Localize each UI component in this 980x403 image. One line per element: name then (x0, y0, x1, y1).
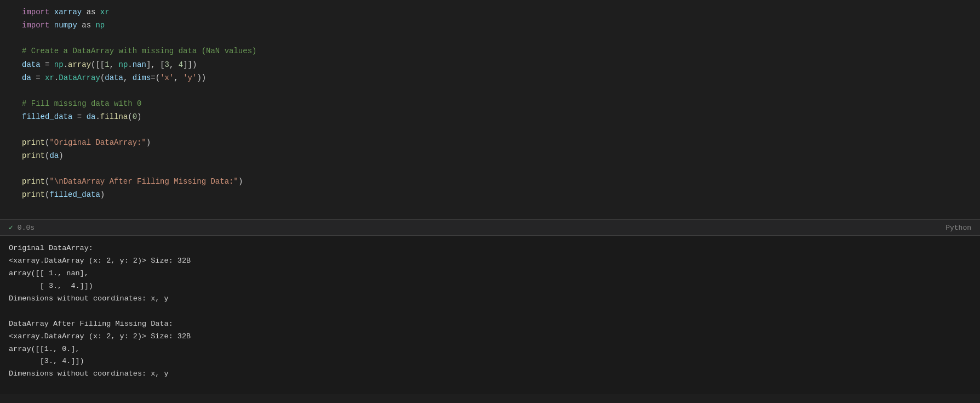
output-line: <xarray.DataArray (x: 2, y: 2)> Size: 32… (9, 255, 971, 268)
token-string: "\nDataArray After Filling Missing Data:… (49, 175, 238, 188)
token-var: da (49, 150, 59, 162)
token-number: 0 (133, 111, 137, 123)
token-var: da (22, 72, 31, 84)
token-number: 1 (105, 59, 109, 71)
output-line: Dimensions without coordinates: x, y (9, 293, 971, 305)
token-string: 'x' (160, 72, 174, 84)
token-func: print (22, 150, 45, 162)
token-var: data (22, 59, 41, 71)
check-icon: ✓ (9, 223, 13, 232)
token-module: numpy (54, 19, 77, 31)
token-number: 3 (165, 59, 169, 71)
token-alias: np (54, 59, 64, 71)
token-func: print (22, 189, 45, 201)
language-label: Python (945, 224, 971, 232)
token-alias: xr (100, 6, 110, 18)
output-line: array([[1., 0.], (9, 343, 971, 356)
token-paren: ) (100, 189, 105, 201)
token-white: , (110, 59, 119, 71)
token-paren: ( (45, 189, 49, 201)
code-line: print(filled_data) (22, 188, 980, 201)
token-var: filled_data (49, 189, 100, 201)
token-paren: ( (128, 111, 132, 123)
output-line (9, 305, 971, 318)
token-var: data (105, 72, 123, 84)
token-method: fillna (100, 111, 128, 123)
code-line: da = xr.DataArray(data, dims=('x', 'y')) (22, 71, 980, 84)
token-builtin: DataArray (59, 72, 100, 84)
token-string: 'y' (183, 72, 197, 84)
token-var: filled_data (22, 111, 72, 123)
token-paren: ) (238, 175, 243, 188)
code-line: import xarray as xr (22, 5, 980, 19)
code-line: print("\nDataArray After Filling Missing… (22, 175, 980, 188)
token-comment: # Create a DataArray with missing data (… (22, 45, 256, 57)
token-paren: ) (59, 150, 63, 162)
token-alias: np (95, 19, 105, 31)
output-line: [3., 4.]]) (9, 355, 971, 368)
token-white: = (72, 111, 86, 123)
status-left: ✓ 0.0s (9, 223, 35, 232)
token-import: import (22, 6, 54, 18)
code-line: print("Original DataArray:") (22, 136, 980, 149)
token-var: nan (133, 59, 146, 71)
code-line (22, 163, 980, 175)
token-white: = (41, 59, 54, 71)
output-line: <xarray.DataArray (x: 2, y: 2)> Size: 32… (9, 331, 971, 343)
token-alias: xr (45, 72, 54, 84)
editor-container: import xarray as xrimport numpy as np# C… (0, 0, 980, 394)
token-white: . (128, 59, 132, 71)
token-param: dims (133, 72, 151, 84)
code-line: filled_data = da.fillna(0) (22, 110, 980, 123)
timing-label: 0.0s (18, 224, 35, 232)
token-comment: # Fill missing data with 0 (22, 98, 141, 110)
code-line: data = np.array([[1, np.nan], [3, 4]]) (22, 58, 980, 71)
output-line: [ 3., 4.]]) (9, 280, 971, 293)
output-line: Dimensions without coordinates: x, y (9, 368, 971, 381)
token-paren: )) (197, 72, 206, 84)
token-paren: ]]) (183, 59, 197, 71)
token-white: =( (151, 72, 160, 84)
output-area: Original DataArray:<xarray.DataArray (x:… (0, 235, 980, 394)
output-line: DataArray After Filling Missing Data: (9, 318, 971, 331)
output-line: array([[ 1., nan], (9, 268, 971, 280)
token-white: , (123, 72, 133, 84)
token-paren: ( (45, 175, 49, 188)
output-line: Original DataArray: (9, 242, 971, 255)
token-white: . (64, 59, 68, 71)
token-func: print (22, 137, 45, 149)
token-paren: ( (45, 150, 49, 162)
token-as: as (82, 6, 100, 18)
code-line: # Create a DataArray with missing data (… (22, 44, 980, 58)
token-alias: np (119, 59, 128, 71)
code-line (22, 84, 980, 97)
token-paren: ], [ (146, 59, 165, 71)
token-paren: ( (100, 72, 105, 84)
code-line: # Fill missing data with 0 (22, 97, 980, 110)
code-line: import numpy as np (22, 19, 980, 32)
token-paren: ( (45, 137, 49, 149)
code-line (22, 32, 980, 44)
token-import: import (22, 19, 54, 31)
token-white: . (95, 111, 100, 123)
token-white: , (174, 72, 183, 84)
token-string: "Original DataArray:" (49, 137, 146, 149)
status-bar: ✓ 0.0s Python (0, 219, 980, 235)
code-line (22, 124, 980, 136)
token-number: 4 (179, 59, 183, 71)
token-func: print (22, 175, 45, 188)
token-as: as (77, 19, 96, 31)
code-line: print(da) (22, 149, 980, 162)
token-white: . (54, 72, 59, 84)
token-method: array (68, 59, 91, 71)
token-module: xarray (54, 6, 82, 18)
code-editor[interactable]: import xarray as xrimport numpy as np# C… (0, 0, 980, 219)
token-paren: ) (137, 111, 141, 123)
token-white: , (169, 59, 179, 71)
token-var: da (87, 111, 96, 123)
token-paren: ) (146, 137, 151, 149)
token-paren: ([[ (91, 59, 105, 71)
token-white: = (31, 72, 45, 84)
